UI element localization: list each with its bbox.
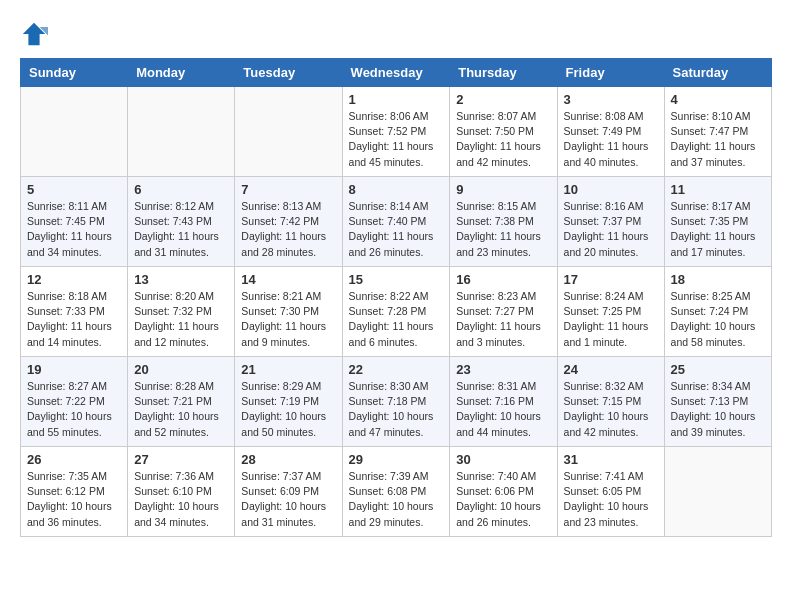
calendar-cell: 21Sunrise: 8:29 AM Sunset: 7:19 PM Dayli… xyxy=(235,357,342,447)
day-number: 15 xyxy=(349,272,444,287)
day-number: 10 xyxy=(564,182,658,197)
day-info: Sunrise: 8:29 AM Sunset: 7:19 PM Dayligh… xyxy=(241,379,335,440)
day-info: Sunrise: 8:31 AM Sunset: 7:16 PM Dayligh… xyxy=(456,379,550,440)
day-number: 2 xyxy=(456,92,550,107)
day-info: Sunrise: 7:35 AM Sunset: 6:12 PM Dayligh… xyxy=(27,469,121,530)
calendar-week-row: 26Sunrise: 7:35 AM Sunset: 6:12 PM Dayli… xyxy=(21,447,772,537)
day-number: 4 xyxy=(671,92,765,107)
day-number: 18 xyxy=(671,272,765,287)
calendar-table: SundayMondayTuesdayWednesdayThursdayFrid… xyxy=(20,58,772,537)
calendar-cell: 24Sunrise: 8:32 AM Sunset: 7:15 PM Dayli… xyxy=(557,357,664,447)
day-number: 20 xyxy=(134,362,228,377)
day-number: 8 xyxy=(349,182,444,197)
calendar-cell: 9Sunrise: 8:15 AM Sunset: 7:38 PM Daylig… xyxy=(450,177,557,267)
day-info: Sunrise: 8:28 AM Sunset: 7:21 PM Dayligh… xyxy=(134,379,228,440)
day-number: 3 xyxy=(564,92,658,107)
day-info: Sunrise: 8:27 AM Sunset: 7:22 PM Dayligh… xyxy=(27,379,121,440)
logo-icon xyxy=(20,20,48,48)
day-number: 30 xyxy=(456,452,550,467)
calendar-week-row: 5Sunrise: 8:11 AM Sunset: 7:45 PM Daylig… xyxy=(21,177,772,267)
weekday-header: Saturday xyxy=(664,59,771,87)
calendar-cell: 16Sunrise: 8:23 AM Sunset: 7:27 PM Dayli… xyxy=(450,267,557,357)
weekday-header: Friday xyxy=(557,59,664,87)
day-info: Sunrise: 8:16 AM Sunset: 7:37 PM Dayligh… xyxy=(564,199,658,260)
calendar-cell: 20Sunrise: 8:28 AM Sunset: 7:21 PM Dayli… xyxy=(128,357,235,447)
calendar-week-row: 1Sunrise: 8:06 AM Sunset: 7:52 PM Daylig… xyxy=(21,87,772,177)
calendar-cell xyxy=(664,447,771,537)
day-number: 25 xyxy=(671,362,765,377)
calendar-cell: 5Sunrise: 8:11 AM Sunset: 7:45 PM Daylig… xyxy=(21,177,128,267)
day-number: 21 xyxy=(241,362,335,377)
svg-marker-0 xyxy=(23,23,45,45)
calendar-cell: 27Sunrise: 7:36 AM Sunset: 6:10 PM Dayli… xyxy=(128,447,235,537)
day-info: Sunrise: 8:23 AM Sunset: 7:27 PM Dayligh… xyxy=(456,289,550,350)
day-number: 13 xyxy=(134,272,228,287)
calendar-cell: 15Sunrise: 8:22 AM Sunset: 7:28 PM Dayli… xyxy=(342,267,450,357)
calendar-cell: 2Sunrise: 8:07 AM Sunset: 7:50 PM Daylig… xyxy=(450,87,557,177)
day-info: Sunrise: 8:25 AM Sunset: 7:24 PM Dayligh… xyxy=(671,289,765,350)
calendar-header-row: SundayMondayTuesdayWednesdayThursdayFrid… xyxy=(21,59,772,87)
day-info: Sunrise: 8:08 AM Sunset: 7:49 PM Dayligh… xyxy=(564,109,658,170)
calendar-cell: 3Sunrise: 8:08 AM Sunset: 7:49 PM Daylig… xyxy=(557,87,664,177)
weekday-header: Wednesday xyxy=(342,59,450,87)
day-number: 23 xyxy=(456,362,550,377)
day-number: 19 xyxy=(27,362,121,377)
calendar-cell: 18Sunrise: 8:25 AM Sunset: 7:24 PM Dayli… xyxy=(664,267,771,357)
calendar-cell: 14Sunrise: 8:21 AM Sunset: 7:30 PM Dayli… xyxy=(235,267,342,357)
calendar-cell: 12Sunrise: 8:18 AM Sunset: 7:33 PM Dayli… xyxy=(21,267,128,357)
day-number: 26 xyxy=(27,452,121,467)
day-number: 24 xyxy=(564,362,658,377)
calendar-cell: 17Sunrise: 8:24 AM Sunset: 7:25 PM Dayli… xyxy=(557,267,664,357)
day-info: Sunrise: 7:39 AM Sunset: 6:08 PM Dayligh… xyxy=(349,469,444,530)
calendar-cell: 25Sunrise: 8:34 AM Sunset: 7:13 PM Dayli… xyxy=(664,357,771,447)
calendar-cell xyxy=(128,87,235,177)
weekday-header: Thursday xyxy=(450,59,557,87)
page-header xyxy=(20,20,772,48)
calendar-cell: 19Sunrise: 8:27 AM Sunset: 7:22 PM Dayli… xyxy=(21,357,128,447)
day-info: Sunrise: 7:40 AM Sunset: 6:06 PM Dayligh… xyxy=(456,469,550,530)
weekday-header: Monday xyxy=(128,59,235,87)
calendar-cell: 26Sunrise: 7:35 AM Sunset: 6:12 PM Dayli… xyxy=(21,447,128,537)
day-number: 14 xyxy=(241,272,335,287)
day-number: 12 xyxy=(27,272,121,287)
day-info: Sunrise: 8:34 AM Sunset: 7:13 PM Dayligh… xyxy=(671,379,765,440)
calendar-cell: 31Sunrise: 7:41 AM Sunset: 6:05 PM Dayli… xyxy=(557,447,664,537)
day-number: 27 xyxy=(134,452,228,467)
day-info: Sunrise: 8:06 AM Sunset: 7:52 PM Dayligh… xyxy=(349,109,444,170)
calendar-cell: 28Sunrise: 7:37 AM Sunset: 6:09 PM Dayli… xyxy=(235,447,342,537)
day-info: Sunrise: 8:24 AM Sunset: 7:25 PM Dayligh… xyxy=(564,289,658,350)
day-number: 1 xyxy=(349,92,444,107)
logo xyxy=(20,20,54,48)
day-info: Sunrise: 8:32 AM Sunset: 7:15 PM Dayligh… xyxy=(564,379,658,440)
day-info: Sunrise: 7:41 AM Sunset: 6:05 PM Dayligh… xyxy=(564,469,658,530)
day-info: Sunrise: 8:22 AM Sunset: 7:28 PM Dayligh… xyxy=(349,289,444,350)
day-number: 28 xyxy=(241,452,335,467)
calendar-cell: 29Sunrise: 7:39 AM Sunset: 6:08 PM Dayli… xyxy=(342,447,450,537)
calendar-cell: 11Sunrise: 8:17 AM Sunset: 7:35 PM Dayli… xyxy=(664,177,771,267)
day-number: 6 xyxy=(134,182,228,197)
day-info: Sunrise: 8:17 AM Sunset: 7:35 PM Dayligh… xyxy=(671,199,765,260)
calendar-cell: 13Sunrise: 8:20 AM Sunset: 7:32 PM Dayli… xyxy=(128,267,235,357)
day-number: 5 xyxy=(27,182,121,197)
day-info: Sunrise: 8:14 AM Sunset: 7:40 PM Dayligh… xyxy=(349,199,444,260)
calendar-cell: 1Sunrise: 8:06 AM Sunset: 7:52 PM Daylig… xyxy=(342,87,450,177)
day-info: Sunrise: 8:10 AM Sunset: 7:47 PM Dayligh… xyxy=(671,109,765,170)
day-number: 31 xyxy=(564,452,658,467)
calendar-cell: 10Sunrise: 8:16 AM Sunset: 7:37 PM Dayli… xyxy=(557,177,664,267)
day-number: 9 xyxy=(456,182,550,197)
day-info: Sunrise: 7:36 AM Sunset: 6:10 PM Dayligh… xyxy=(134,469,228,530)
day-info: Sunrise: 7:37 AM Sunset: 6:09 PM Dayligh… xyxy=(241,469,335,530)
calendar-cell: 22Sunrise: 8:30 AM Sunset: 7:18 PM Dayli… xyxy=(342,357,450,447)
day-info: Sunrise: 8:11 AM Sunset: 7:45 PM Dayligh… xyxy=(27,199,121,260)
day-number: 11 xyxy=(671,182,765,197)
day-info: Sunrise: 8:12 AM Sunset: 7:43 PM Dayligh… xyxy=(134,199,228,260)
day-info: Sunrise: 8:13 AM Sunset: 7:42 PM Dayligh… xyxy=(241,199,335,260)
day-info: Sunrise: 8:30 AM Sunset: 7:18 PM Dayligh… xyxy=(349,379,444,440)
calendar-cell: 23Sunrise: 8:31 AM Sunset: 7:16 PM Dayli… xyxy=(450,357,557,447)
day-number: 29 xyxy=(349,452,444,467)
calendar-cell: 6Sunrise: 8:12 AM Sunset: 7:43 PM Daylig… xyxy=(128,177,235,267)
calendar-cell: 4Sunrise: 8:10 AM Sunset: 7:47 PM Daylig… xyxy=(664,87,771,177)
day-number: 22 xyxy=(349,362,444,377)
day-info: Sunrise: 8:18 AM Sunset: 7:33 PM Dayligh… xyxy=(27,289,121,350)
weekday-header: Tuesday xyxy=(235,59,342,87)
